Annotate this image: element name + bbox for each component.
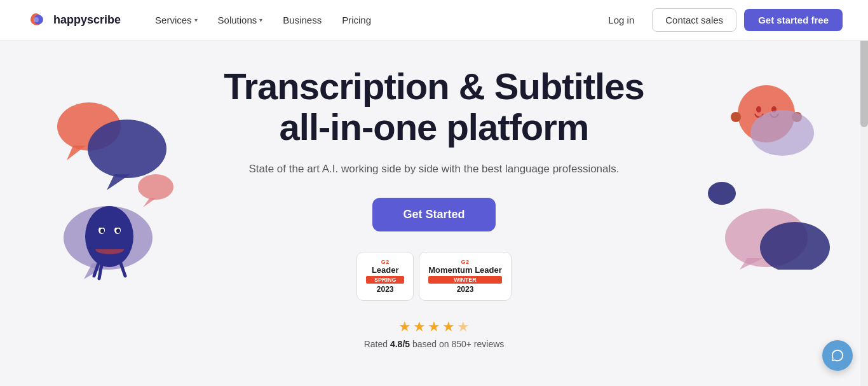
navbar: happyscribe Services ▾ Solutions ▾ Busin… <box>0 0 868 41</box>
g2-badge-leader: G2 Leader SPRING 2023 <box>356 252 414 301</box>
svg-point-25 <box>708 182 736 205</box>
svg-marker-2 <box>67 146 86 160</box>
badge-g2-label-1: G2 <box>366 259 404 265</box>
badge-season-1: SPRING <box>366 276 404 284</box>
svg-point-5 <box>138 174 173 200</box>
get-started-nav-button[interactable]: Get started free <box>744 9 843 31</box>
stars-display: ★ ★ ★ ★ ★ <box>398 319 470 335</box>
svg-point-9 <box>85 206 133 267</box>
scrollbar[interactable] <box>860 0 868 386</box>
login-button[interactable]: Log in <box>598 10 644 31</box>
support-chat-button[interactable] <box>822 340 853 371</box>
star-3: ★ <box>428 319 440 335</box>
rating-row: ★ ★ ★ ★ ★ Rated 4.8/5 based on 850+ revi… <box>224 319 644 349</box>
nav-business[interactable]: Business <box>274 10 330 31</box>
hero-content: Transcription & Subtitles all-in-one pla… <box>224 66 644 349</box>
solutions-chevron-icon: ▾ <box>259 17 262 24</box>
svg-marker-4 <box>107 174 130 190</box>
svg-point-0 <box>34 17 39 22</box>
svg-point-24 <box>750 110 814 156</box>
badge-title-2: Momentum Leader <box>428 265 502 275</box>
svg-point-12 <box>100 229 104 233</box>
chat-icon <box>831 348 844 362</box>
star-2: ★ <box>413 319 426 335</box>
hero-title: Transcription & Subtitles all-in-one pla… <box>224 66 644 148</box>
badge-title-1: Leader <box>366 265 404 275</box>
left-illustration <box>38 92 191 282</box>
badge-season-2: WINTER <box>428 276 502 284</box>
badge-year-2: 2023 <box>428 285 502 294</box>
star-4: ★ <box>442 319 455 335</box>
logo-text: happyscribe <box>53 13 121 27</box>
badge-year-1: 2023 <box>366 285 404 294</box>
star-1: ★ <box>398 319 411 335</box>
badge-row: G2 Leader SPRING 2023 G2 Momentum Leader… <box>224 252 644 301</box>
services-chevron-icon: ▾ <box>194 17 198 24</box>
nav-pricing[interactable]: Pricing <box>333 10 380 31</box>
svg-point-20 <box>756 106 761 113</box>
hero-section: Transcription & Subtitles all-in-one pla… <box>0 41 868 386</box>
logo-link[interactable]: happyscribe <box>25 9 121 32</box>
svg-marker-6 <box>143 198 156 207</box>
nav-solutions[interactable]: Solutions ▾ <box>209 10 272 31</box>
badge-g2-label-2: G2 <box>428 259 502 265</box>
svg-point-22 <box>731 112 741 122</box>
logo-icon <box>25 9 48 32</box>
get-started-hero-button[interactable]: Get Started <box>372 198 495 231</box>
contact-sales-button[interactable]: Contact sales <box>652 8 736 32</box>
svg-point-13 <box>116 229 120 233</box>
hero-subtitle: State of the art A.I. working side by si… <box>224 160 644 177</box>
rating-text: Rated 4.8/5 based on 850+ reviews <box>364 339 505 349</box>
nav-services[interactable]: Services ▾ <box>146 10 207 31</box>
g2-badge-momentum: G2 Momentum Leader WINTER 2023 <box>419 252 512 301</box>
nav-links: Services ▾ Solutions ▾ Business Pricing <box>146 10 598 31</box>
svg-point-3 <box>88 120 166 178</box>
right-illustration <box>684 79 836 270</box>
star-5: ★ <box>457 319 470 335</box>
nav-actions: Log in Contact sales Get started free <box>598 8 843 32</box>
